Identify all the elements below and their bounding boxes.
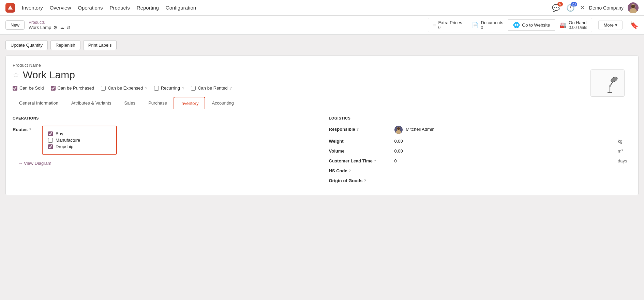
settings-icon[interactable]: ✕ bbox=[580, 4, 585, 12]
view-diagram-label: View Diagram bbox=[24, 161, 51, 166]
company-name[interactable]: Demo Company bbox=[589, 5, 624, 11]
on-hand-value: 0.00 Units bbox=[569, 25, 587, 30]
nav-inventory[interactable]: Inventory bbox=[22, 3, 43, 12]
update-quantity-button[interactable]: Update Quantity bbox=[5, 40, 48, 50]
product-name-label: Product Name bbox=[13, 63, 631, 68]
nav-operations[interactable]: Operations bbox=[78, 3, 103, 12]
tab-accounting[interactable]: Accounting bbox=[205, 97, 240, 109]
can-be-purchased-input[interactable] bbox=[51, 86, 56, 91]
tab-content: OPERATIONS Routes ? Buy bbox=[13, 116, 631, 188]
svg-marker-0 bbox=[8, 5, 13, 10]
logistics-title: LOGISTICS bbox=[329, 116, 632, 120]
route-buy-checkbox[interactable] bbox=[48, 131, 53, 136]
operations-title: OPERATIONS bbox=[13, 116, 315, 120]
routes-box: Buy Manufacture Dropship bbox=[42, 126, 117, 155]
can-be-expensed-checkbox[interactable]: Can be Expensed ? bbox=[101, 85, 147, 91]
volume-unit: m³ bbox=[618, 148, 631, 154]
messages-button[interactable]: 💬 6 bbox=[551, 3, 561, 13]
responsible-row: Responsible ? Mitchell Admin bbox=[329, 126, 632, 134]
secondary-bar: New Products Work Lamp ⚙ ☁ ↺ ≡ Extra Pri… bbox=[0, 16, 644, 35]
recurring-checkbox[interactable]: Recurring ? bbox=[154, 85, 184, 91]
globe-icon: 🌐 bbox=[513, 22, 520, 28]
can-be-expensed-input[interactable] bbox=[101, 86, 106, 91]
routes-label: Routes bbox=[13, 127, 28, 132]
route-manufacture[interactable]: Manufacture bbox=[48, 137, 111, 143]
nav-overview[interactable]: Overview bbox=[50, 3, 71, 12]
origin-help-icon: ? bbox=[364, 179, 366, 183]
extra-prices-count: 0 bbox=[438, 25, 462, 30]
print-labels-button[interactable]: Print Labels bbox=[83, 40, 117, 50]
tab-attributes[interactable]: Attributes & Variants bbox=[65, 97, 118, 109]
responsible-value[interactable]: Mitchell Admin bbox=[394, 126, 632, 134]
nav-reporting[interactable]: Reporting bbox=[137, 3, 159, 12]
extra-prices-button[interactable]: ≡ Extra Prices 0 bbox=[428, 18, 467, 32]
recurring-help-icon: ? bbox=[182, 86, 184, 90]
more-label: More bbox=[603, 22, 614, 28]
product-form: Product Name ☆ Work Lamp Can be Sold Can… bbox=[5, 56, 639, 195]
tab-general[interactable]: General Information bbox=[13, 97, 65, 109]
nav-items: Overview Operations Products Reporting C… bbox=[50, 3, 544, 12]
favorite-star-icon[interactable]: ☆ bbox=[13, 70, 19, 79]
weight-unit: kg bbox=[618, 139, 631, 144]
tab-inventory[interactable]: Inventory bbox=[174, 97, 205, 109]
current-page-name: Work Lamp bbox=[29, 25, 51, 30]
can-be-rented-checkbox[interactable]: Can be Rented ? bbox=[191, 85, 232, 91]
route-dropship-checkbox[interactable] bbox=[48, 144, 53, 149]
can-be-purchased-checkbox[interactable]: Can be Purchased bbox=[51, 85, 94, 91]
svg-point-2 bbox=[629, 8, 637, 13]
activity-button[interactable]: 🕐 23 bbox=[566, 3, 576, 13]
can-be-sold-checkbox[interactable]: Can be Sold bbox=[13, 85, 44, 91]
route-manufacture-checkbox[interactable] bbox=[48, 138, 53, 143]
on-hand-button[interactable]: 🏭 On Hand 0.00 Units bbox=[555, 18, 592, 32]
volume-label: Volume bbox=[329, 148, 390, 154]
breadcrumb-area: Products Work Lamp ⚙ ☁ ↺ bbox=[29, 20, 71, 30]
warehouse-icon: 🏭 bbox=[560, 22, 567, 28]
can-be-rented-input[interactable] bbox=[191, 86, 196, 91]
user-avatar[interactable] bbox=[628, 2, 639, 13]
messages-badge: 6 bbox=[557, 2, 563, 6]
nav-right: 💬 6 🕐 23 ✕ Demo Company bbox=[551, 2, 639, 13]
current-page: Work Lamp ⚙ ☁ ↺ bbox=[29, 25, 71, 30]
checkboxes-row: Can be Sold Can be Purchased Can be Expe… bbox=[13, 85, 631, 91]
weight-value[interactable]: 0.00 bbox=[394, 139, 614, 144]
customer-lead-time-value[interactable]: 0 bbox=[394, 158, 614, 163]
goto-website-button[interactable]: 🌐 Go to Website bbox=[508, 19, 555, 31]
view-diagram-link[interactable]: → View Diagram bbox=[18, 161, 315, 166]
recurring-input[interactable] bbox=[154, 86, 159, 91]
new-button[interactable]: New bbox=[5, 20, 25, 30]
refresh-icon[interactable]: ↺ bbox=[66, 25, 71, 30]
tabs-row: General Information Attributes & Variant… bbox=[13, 97, 631, 109]
hs-code-row: HS Code ? bbox=[329, 168, 632, 173]
weight-label: Weight bbox=[329, 139, 390, 144]
svg-rect-12 bbox=[397, 127, 400, 130]
logistics-section: LOGISTICS Responsible ? Mitchell Admin bbox=[329, 116, 632, 188]
chevron-down-icon: ▾ bbox=[615, 22, 617, 28]
product-title[interactable]: Work Lamp bbox=[23, 69, 75, 81]
goto-website-label: Go to Website bbox=[522, 22, 550, 28]
documents-button[interactable]: 📄 Documents 0 bbox=[467, 18, 508, 32]
operations-section: OPERATIONS Routes ? Buy bbox=[13, 116, 315, 188]
product-title-row: ☆ Work Lamp bbox=[13, 69, 631, 81]
settings-gear-icon[interactable]: ⚙ bbox=[53, 25, 58, 30]
origin-of-goods-label: Origin of Goods ? bbox=[329, 178, 390, 183]
extra-prices-label: Extra Prices bbox=[438, 20, 462, 25]
save-bookmark-icon[interactable]: 🔖 bbox=[630, 21, 639, 29]
tab-purchase[interactable]: Purchase bbox=[142, 97, 174, 109]
can-be-sold-input[interactable] bbox=[13, 86, 17, 91]
responsible-label: Responsible ? bbox=[329, 127, 390, 132]
tab-sales[interactable]: Sales bbox=[118, 97, 142, 109]
route-dropship[interactable]: Dropship bbox=[48, 143, 111, 150]
route-buy[interactable]: Buy bbox=[48, 130, 111, 137]
nav-configuration[interactable]: Configuration bbox=[166, 3, 196, 12]
customer-lead-time-row: Customer Lead Time ? 0 days bbox=[329, 158, 632, 163]
replenish-button[interactable]: Replenish bbox=[50, 40, 80, 50]
breadcrumb-link[interactable]: Products bbox=[29, 20, 71, 25]
svg-point-9 bbox=[609, 85, 611, 87]
on-hand-label: On Hand bbox=[569, 20, 587, 25]
cloud-icon[interactable]: ☁ bbox=[60, 25, 64, 30]
rented-help-icon: ? bbox=[230, 86, 232, 90]
volume-value[interactable]: 0.00 bbox=[394, 148, 614, 154]
responsible-name: Mitchell Admin bbox=[406, 127, 434, 132]
nav-products[interactable]: Products bbox=[110, 3, 130, 12]
more-button[interactable]: More ▾ bbox=[598, 20, 623, 30]
